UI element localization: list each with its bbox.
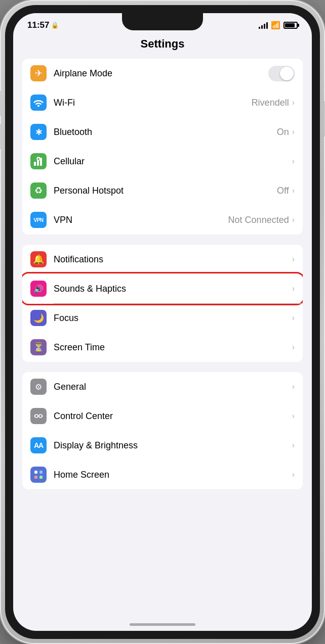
cellular-icon	[30, 153, 47, 169]
general-group: ⚙ General ›	[22, 372, 303, 489]
vpn-row[interactable]: VPN VPN Not Connected ›	[22, 205, 303, 235]
bluetooth-label: Bluetooth	[54, 127, 277, 137]
airplane-mode-toggle[interactable]	[268, 66, 295, 81]
wifi-value: Rivendell	[252, 98, 289, 108]
hotspot-value: Off	[277, 186, 289, 196]
cellular-label: Cellular	[54, 156, 292, 167]
bluetooth-row[interactable]: ∗ Bluetooth On ›	[22, 117, 303, 147]
hotspot-chevron: ›	[292, 186, 295, 195]
status-time: 11:57 🔒	[27, 20, 59, 30]
battery-icon	[283, 22, 298, 29]
settings-content: Settings ✈ Airplane Mode	[13, 33, 312, 625]
sounds-haptics-row[interactable]: 🔊 Sounds & Haptics ›	[22, 274, 303, 303]
connectivity-group: ✈ Airplane Mode	[22, 59, 303, 235]
svg-rect-9	[34, 471, 37, 474]
notifications-icon: 🔔	[30, 251, 47, 267]
hotspot-label: Personal Hotspot	[54, 186, 277, 196]
svg-rect-1	[37, 160, 39, 166]
hotspot-row[interactable]: ♻ Personal Hotspot Off ›	[22, 176, 303, 205]
bluetooth-icon: ∗	[30, 124, 47, 140]
battery-fill	[285, 23, 295, 27]
vpn-label: VPN	[54, 215, 228, 225]
control-center-chevron: ›	[292, 411, 295, 421]
cellular-row[interactable]: Cellular ›	[22, 147, 303, 176]
general-icon: ⚙	[30, 379, 47, 395]
hotspot-icon: ♻	[30, 182, 47, 199]
page-title: Settings	[13, 33, 312, 59]
phone-body: 11:57 🔒 📶 Se	[5, 5, 320, 639]
bluetooth-value: On	[277, 127, 289, 137]
display-brightness-label: Display & Brightness	[54, 440, 292, 451]
signal-bar-3	[264, 24, 265, 29]
signal-bar-2	[261, 25, 263, 29]
wifi-chevron: ›	[292, 98, 295, 107]
wifi-icon	[30, 95, 47, 111]
wifi-row[interactable]: Wi-Fi Rivendell ›	[22, 88, 303, 117]
time-display: 11:57	[27, 20, 49, 30]
home-screen-label: Home Screen	[54, 470, 292, 480]
home-screen-icon	[30, 467, 47, 483]
screen-time-icon: ⏳	[30, 339, 47, 355]
airplane-mode-label: Airplane Mode	[54, 68, 268, 79]
control-center-icon	[30, 408, 47, 424]
display-brightness-chevron: ›	[292, 441, 295, 450]
signal-bar-1	[259, 27, 260, 29]
wifi-label: Wi-Fi	[54, 98, 252, 108]
notifications-group: 🔔 Notifications › 🔊 Sounds & Haptics › 🌙…	[22, 245, 303, 362]
notifications-chevron: ›	[292, 255, 295, 264]
screen: 11:57 🔒 📶 Se	[13, 13, 312, 631]
airplane-mode-icon: ✈	[30, 65, 47, 81]
general-row[interactable]: ⚙ General ›	[22, 372, 303, 401]
svg-point-4	[35, 415, 38, 418]
vpn-chevron: ›	[292, 215, 295, 224]
cellular-chevron: ›	[292, 157, 295, 166]
wifi-status-icon: 📶	[271, 21, 280, 30]
screen-time-label: Screen Time	[54, 342, 292, 353]
display-brightness-icon: AA	[30, 437, 47, 453]
notch	[122, 13, 203, 30]
screen-time-row[interactable]: ⏳ Screen Time ›	[22, 333, 303, 362]
toggle-knob	[280, 67, 294, 80]
svg-point-5	[39, 415, 42, 418]
svg-rect-12	[39, 476, 43, 479]
phone-frame: 11:57 🔒 📶 Se	[0, 0, 325, 644]
sounds-haptics-label: Sounds & Haptics	[54, 284, 292, 294]
display-brightness-row[interactable]: AA Display & Brightness ›	[22, 431, 303, 460]
focus-chevron: ›	[292, 313, 295, 323]
svg-rect-10	[39, 471, 43, 474]
general-chevron: ›	[292, 382, 295, 391]
volume-down-button[interactable]	[0, 124, 1, 149]
home-indicator[interactable]	[130, 623, 195, 626]
signal-bar-4	[266, 22, 268, 29]
lock-status-icon: 🔒	[51, 22, 59, 29]
screen-time-chevron: ›	[292, 343, 295, 352]
focus-icon: 🌙	[30, 310, 47, 326]
control-center-row[interactable]: Control Center ›	[22, 401, 303, 431]
home-screen-row[interactable]: Home Screen ›	[22, 460, 303, 489]
sounds-haptics-icon: 🔊	[30, 281, 47, 297]
notifications-row[interactable]: 🔔 Notifications ›	[22, 245, 303, 274]
focus-label: Focus	[54, 313, 292, 324]
focus-row[interactable]: 🌙 Focus ›	[22, 303, 303, 333]
svg-rect-0	[34, 162, 36, 166]
notifications-label: Notifications	[54, 254, 292, 265]
svg-rect-11	[34, 476, 37, 479]
status-icons: 📶	[259, 21, 298, 30]
sounds-haptics-chevron: ›	[292, 284, 295, 293]
airplane-mode-row[interactable]: ✈ Airplane Mode	[22, 59, 303, 88]
signal-strength	[259, 22, 268, 29]
volume-up-button[interactable]	[0, 91, 1, 116]
general-label: General	[54, 382, 292, 392]
vpn-value: Not Connected	[228, 215, 289, 225]
bluetooth-chevron: ›	[292, 127, 295, 136]
control-center-label: Control Center	[54, 411, 292, 422]
home-screen-chevron: ›	[292, 470, 295, 479]
vpn-icon: VPN	[30, 212, 47, 228]
